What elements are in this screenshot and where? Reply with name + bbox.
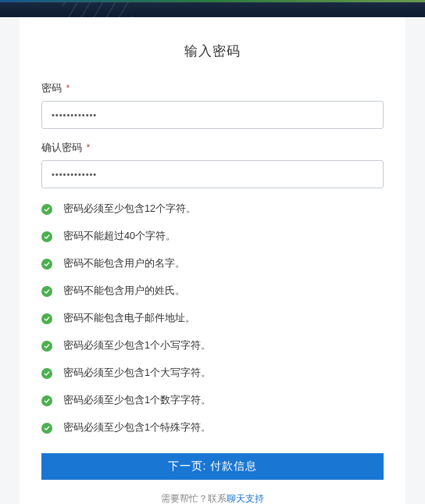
check-icon <box>41 341 52 352</box>
password-rule: 密码必须至少包含12个字符。 <box>41 202 384 216</box>
check-icon <box>41 368 52 379</box>
next-button[interactable]: 下一页: 付款信息 <box>41 453 384 480</box>
password-rule-text: 密码必须至少包含12个字符。 <box>63 202 196 216</box>
check-icon <box>41 231 52 242</box>
password-input[interactable] <box>41 101 384 129</box>
password-label-text: 密码 <box>41 83 62 94</box>
chat-support-link[interactable]: 聊天支持 <box>227 493 264 504</box>
confirm-password-label-text: 确认密码 <box>41 142 82 153</box>
confirm-password-label: 确认密码 * <box>41 141 384 155</box>
check-icon <box>41 313 52 324</box>
password-field-group: 密码 * <box>41 82 384 129</box>
app-header-bar <box>0 0 425 17</box>
required-indicator: * <box>66 83 70 94</box>
check-icon <box>41 204 52 215</box>
password-form-panel: 输入密码 密码 * 确认密码 * 密码必须至少包含12个字符。密码不能超过40个… <box>20 17 405 504</box>
password-rule-text: 密码必须至少包含1个大写字符。 <box>63 366 211 380</box>
help-prefix: 需要帮忙？联系 <box>161 493 227 504</box>
password-rule-text: 密码必须至少包含1个特殊字符。 <box>63 421 211 434</box>
password-rules-list: 密码必须至少包含12个字符。密码不能超过40个字符。密码不能包含用户的名字。密码… <box>41 202 384 434</box>
password-label: 密码 * <box>41 82 384 95</box>
password-rule-text: 密码必须至少包含1个小写字符。 <box>63 339 211 352</box>
password-rule: 密码不能包含电子邮件地址。 <box>41 312 384 325</box>
check-icon <box>41 395 52 406</box>
password-rule: 密码必须至少包含1个大写字符。 <box>41 366 384 380</box>
confirm-password-input[interactable] <box>41 160 384 188</box>
password-rule: 密码不能超过40个字符。 <box>41 230 384 243</box>
password-rule-text: 密码不能包含用户的名字。 <box>63 257 185 270</box>
password-rule: 密码必须至少包含1个特殊字符。 <box>41 421 384 434</box>
password-rule: 密码不能包含用户的姓氏。 <box>41 284 384 298</box>
check-icon <box>41 259 52 270</box>
password-rule: 密码必须至少包含1个数字字符。 <box>41 394 384 407</box>
check-icon <box>41 423 52 434</box>
password-rule: 密码必须至少包含1个小写字符。 <box>41 339 384 352</box>
password-rule-text: 密码不能包含用户的姓氏。 <box>63 284 185 298</box>
password-rule-text: 密码必须至少包含1个数字字符。 <box>63 394 211 407</box>
page-title: 输入密码 <box>41 42 384 60</box>
password-rule-text: 密码不能超过40个字符。 <box>63 230 176 243</box>
check-icon <box>41 286 52 297</box>
confirm-password-field-group: 确认密码 * <box>41 141 384 188</box>
password-rule: 密码不能包含用户的名字。 <box>41 257 384 270</box>
required-indicator: * <box>86 142 90 153</box>
password-rule-text: 密码不能包含电子邮件地址。 <box>63 312 195 325</box>
help-text: 需要帮忙？联系聊天支持 <box>41 492 384 504</box>
